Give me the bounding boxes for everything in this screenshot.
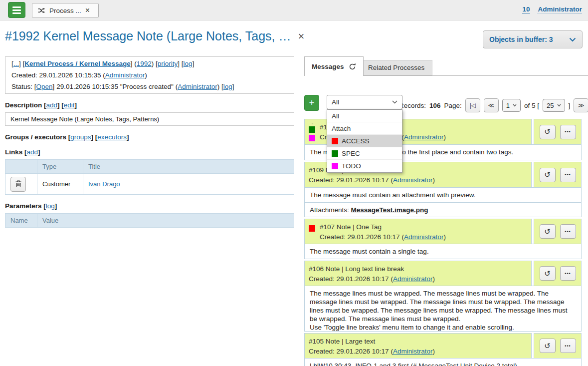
executors-link[interactable]: executors — [97, 133, 127, 141]
chevron-down-icon — [392, 100, 397, 104]
page-select[interactable]: 1 — [502, 99, 521, 112]
parameters-table: Name Value — [5, 213, 294, 228]
parameters-col-value: Value — [37, 214, 294, 228]
filter-option-spec[interactable]: SPEC — [327, 147, 402, 160]
info-line-created: Created: 29.01.2026 10:15:35 (Administra… — [11, 69, 288, 81]
description-edit-link[interactable]: edit — [64, 101, 75, 109]
more-actions-button[interactable]: ••• — [560, 266, 576, 281]
tag-filter-select[interactable]: All — [327, 95, 402, 109]
message-author-link[interactable]: Administrator — [393, 176, 433, 184]
buffer-button-label: Objects in buffer: 3 — [489, 35, 553, 43]
message-item: #107 Note | One Tag Created: 29.01.2026 … — [304, 219, 582, 259]
filter-option-attach[interactable]: Attach — [327, 122, 402, 135]
tag-swatch — [309, 225, 315, 232]
links-add-link[interactable]: add — [27, 148, 38, 156]
message-header: #106 Note | Long text line break Created… — [304, 261, 582, 286]
tab-messages[interactable]: Messages — [304, 56, 364, 76]
parameters-col-name: Name — [5, 214, 37, 228]
attachment-link[interactable]: MessageTest.image.png — [351, 206, 428, 214]
page-header: #1992 Kernel Message Note (Large Notes, … — [5, 29, 304, 43]
message-created: Created: 29.01.2026 10:17 (Administrator… — [320, 232, 526, 242]
message-author-link[interactable]: Administrator — [404, 133, 444, 141]
chevron-down-icon — [557, 104, 561, 107]
description-section-label: Description [add] [edit] — [5, 101, 294, 109]
page-select-value: 1 — [506, 102, 510, 109]
message-body-text: The message lines must be wrapped. The m… — [310, 289, 576, 323]
message-item: #105 Note | Large text Created: 29.01.20… — [304, 333, 582, 366]
description-add-link[interactable]: add — [46, 101, 58, 109]
delete-link-button[interactable] — [10, 177, 26, 192]
reply-button[interactable]: ↺ — [540, 224, 556, 239]
tag-swatch — [332, 138, 338, 144]
process-path-link[interactable]: Kernel Process / Kernel Message — [24, 60, 130, 67]
pagination-bar: Records: 106 Page: |◁ ≪ 1 of 5 [ 25 ] ≫ … — [399, 98, 588, 113]
shuffle-icon — [37, 6, 45, 14]
priority-link[interactable]: priority — [158, 60, 178, 67]
hamburger-icon — [12, 6, 21, 8]
message-body: The message lines must be wrapped. The m… — [304, 286, 582, 332]
tag-swatch — [309, 126, 315, 133]
reply-button[interactable]: ↺ — [540, 125, 556, 139]
records-label: Records: — [399, 102, 426, 109]
info-line-1: [...] [Kernel Process / Kernel Message] … — [11, 58, 288, 69]
tag-swatch — [309, 135, 315, 141]
log-link[interactable]: log — [184, 60, 193, 67]
message-body: The message must contain a single tag. — [304, 244, 582, 259]
filter-option-all[interactable]: All — [327, 110, 402, 122]
chevron-down-icon — [513, 104, 517, 107]
status-open-link[interactable]: Open — [36, 83, 53, 90]
message-body-hint: Use 'Toggle line breaks' menu item to ch… — [310, 323, 576, 332]
filter-option-todo[interactable]: TODO — [327, 160, 402, 172]
current-user-link[interactable]: Administrator — [538, 5, 582, 13]
links-col-title: Title — [83, 160, 294, 174]
menu-button[interactable] — [8, 2, 25, 18]
tab-related-processes[interactable]: Related Processes — [360, 60, 432, 75]
process-tab[interactable]: Process ... × — [32, 3, 99, 18]
first-page-button[interactable]: |◁ — [465, 98, 480, 112]
message-author-link[interactable]: Administrator — [393, 275, 433, 283]
parameters-section-label: Parameters [log] — [5, 202, 294, 210]
message-created: Created: 29.01.2026 10:17 (Administrator… — [309, 274, 526, 284]
more-actions-button[interactable]: ••• — [560, 224, 576, 239]
message-item: #106 Note | Long text line break Created… — [304, 261, 582, 332]
next-page-button[interactable]: ≫ — [574, 98, 588, 112]
message-body: LblW10 30:43 -INFO-1 and 3 first (# Mess… — [304, 358, 582, 366]
message-body: The message must contain an attachment w… — [304, 187, 582, 203]
links-header-row: Type Title — [5, 160, 294, 174]
more-actions-button[interactable]: ••• — [560, 339, 576, 353]
description-value: Kernel Message Note (Large Notes, Tags, … — [5, 112, 294, 126]
ellipsis-link[interactable]: ... — [13, 60, 19, 67]
reply-button[interactable]: ↺ — [540, 339, 556, 353]
reply-button[interactable]: ↺ — [540, 266, 556, 281]
link-title-link[interactable]: Ivan Drago — [88, 180, 120, 188]
more-actions-button[interactable]: ••• — [560, 125, 576, 139]
status-log-link[interactable]: log — [223, 83, 232, 90]
created-by-link[interactable]: Administrator — [105, 71, 145, 79]
objects-in-buffer-button[interactable]: Objects in buffer: 3 — [483, 30, 583, 48]
process-tab-close-icon[interactable]: × — [85, 6, 90, 15]
parameters-header-row: Name Value — [5, 214, 294, 228]
links-col-type: Type — [37, 160, 83, 174]
status-by-link[interactable]: Administrator — [178, 83, 217, 90]
top-bar: Process ... × 10 Administrator — [0, 0, 588, 20]
add-message-button[interactable]: + — [304, 95, 319, 111]
prev-page-button[interactable]: ≪ — [484, 98, 499, 112]
info-line-status: Status: [Open] 29.01.2026 10:15:35 "Proc… — [11, 81, 288, 92]
message-attachments: Attachments: MessageTest.image.png — [304, 202, 582, 217]
bracket-close-label: ] — [569, 102, 571, 109]
message-header: #105 Note | Large text Created: 29.01.20… — [304, 333, 582, 359]
refresh-icon[interactable] — [349, 63, 356, 70]
process-id-link[interactable]: 1992 — [137, 60, 152, 67]
filter-option-access[interactable]: ACCESS — [327, 135, 402, 147]
groups-link[interactable]: groups — [70, 133, 91, 141]
notification-count-link[interactable]: 10 — [522, 5, 530, 13]
more-actions-button[interactable]: ••• — [560, 168, 576, 182]
message-created: Created: 29.01.2026 10:17 (Administrator… — [309, 175, 526, 185]
message-author-link[interactable]: Administrator — [404, 233, 444, 241]
records-count: 106 — [429, 102, 441, 109]
reply-button[interactable]: ↺ — [540, 168, 556, 182]
message-author-link[interactable]: Administrator — [393, 348, 433, 355]
parameters-log-link[interactable]: log — [46, 202, 55, 210]
per-page-select[interactable]: 25 — [543, 99, 565, 112]
close-icon[interactable]: × — [298, 31, 304, 42]
